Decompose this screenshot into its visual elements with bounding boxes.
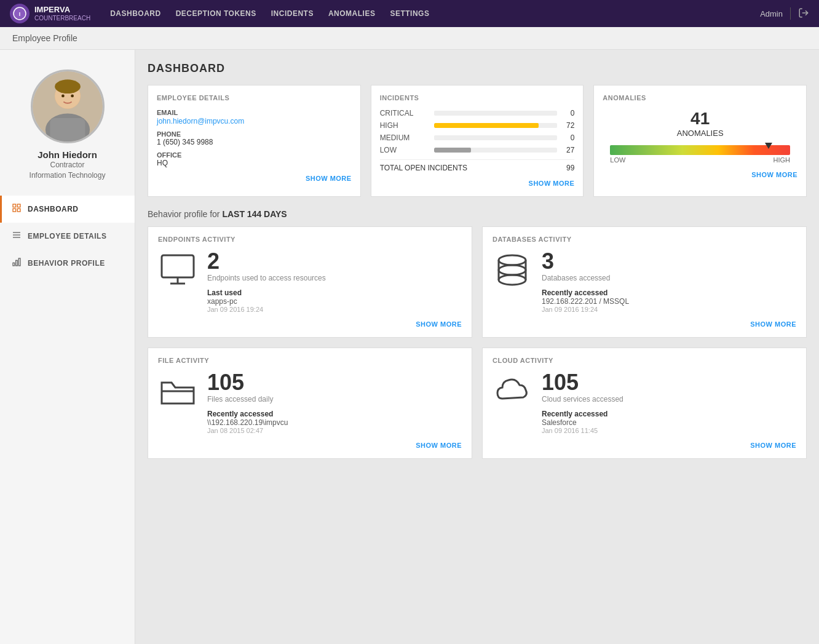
incident-high-label: HIGH: [380, 121, 429, 130]
incidents-show-more[interactable]: SHOW MORE: [529, 180, 575, 187]
office-value: HQ: [157, 159, 352, 167]
incident-critical-bar-wrap: [434, 111, 558, 116]
sidebar-item-employee-details[interactable]: EMPLOYEE DETAILS: [0, 223, 135, 250]
logo-text: IMPERVA COUNTERBREACH: [34, 5, 90, 22]
dashboard-icon: [12, 203, 22, 215]
incident-medium-label: MEDIUM: [380, 133, 429, 142]
incident-low-bar-wrap: [434, 148, 558, 153]
databases-desc: Databases accessed: [542, 274, 629, 282]
svg-rect-11: [13, 204, 16, 207]
folder-icon: [158, 372, 197, 416]
office-label: OFFICE: [157, 151, 352, 159]
endpoints-stats: 2 Endpoints used to access resources Las…: [207, 250, 326, 313]
databases-header: DATABASES ACTIVITY: [493, 236, 796, 243]
databases-show-more[interactable]: SHOW MORE: [750, 320, 796, 328]
activity-grid: ENDPOINTS ACTIVITY 2 Endpoints used to a…: [148, 226, 807, 459]
nav-anomalies[interactable]: ANOMALIES: [328, 7, 376, 20]
incident-critical-count: 0: [562, 109, 574, 117]
database-icon: [493, 250, 532, 295]
cloud-recently-value: Salesforce: [542, 418, 623, 427]
admin-label: Admin: [760, 9, 783, 18]
file-recently-label: Recently accessed: [207, 410, 288, 418]
databases-recently-label: Recently accessed: [542, 288, 629, 297]
svg-rect-14: [17, 209, 20, 212]
file-recently-value: \\192.168.220.19\impvcu: [207, 418, 288, 427]
avatar: [31, 70, 105, 143]
incident-low-label: LOW: [380, 146, 429, 154]
topnav-divider: [790, 7, 791, 20]
incident-high-count: 72: [562, 121, 574, 130]
incident-medium-count: 0: [562, 133, 574, 142]
svg-point-7: [55, 79, 81, 93]
svg-point-24: [499, 255, 526, 265]
topnav-links: DASHBOARD DECEPTION TOKENS INCIDENTS ANO…: [110, 7, 760, 20]
anomalies-number: 41: [603, 109, 797, 129]
employee-details-card: EMPLOYEE DETAILS EMAIL john.hiedorn@impv…: [148, 85, 361, 197]
nav-settings[interactable]: SETTINGS: [390, 7, 429, 20]
incident-row-critical: CRITICAL 0: [380, 109, 575, 117]
databases-recently-value: 192.168.222.201 / MSSQL: [542, 297, 629, 306]
cloud-header: CLOUD ACTIVITY: [493, 357, 796, 364]
incident-high-bar: [434, 123, 539, 128]
endpoints-recently-date: Jan 09 2016 19:24: [207, 306, 326, 313]
phone-label: PHONE: [157, 130, 352, 138]
cloud-stats: 105 Cloud services accessed Recently acc…: [542, 372, 623, 434]
file-body: 105 Files accessed daily Recently access…: [158, 372, 462, 434]
svg-point-26: [499, 275, 526, 285]
cloud-activity-card: CLOUD ACTIVITY 105 Cloud services access…: [482, 348, 807, 459]
avatar-section: John Hiedorn Contractor Information Tech…: [0, 60, 135, 191]
incidents-total-value: 99: [566, 164, 574, 172]
nav-dashboard[interactable]: DASHBOARD: [110, 7, 161, 20]
endpoints-body: 2 Endpoints used to access resources Las…: [158, 250, 462, 313]
incident-critical-label: CRITICAL: [380, 109, 429, 117]
incident-low-bar: [434, 148, 471, 153]
file-activity-card: FILE ACTIVITY 105 Files accessed daily R…: [148, 348, 472, 459]
incidents-header: INCIDENTS: [380, 94, 575, 101]
nav-incidents[interactable]: INCIDENTS: [271, 7, 314, 20]
svg-point-8: [61, 95, 65, 98]
sidebar-item-behavior-profile[interactable]: BEHAVIOR PROFILE: [0, 250, 135, 277]
nav-deception-tokens[interactable]: DECEPTION TOKENS: [176, 7, 256, 20]
anomalies-show-more[interactable]: SHOW MORE: [751, 171, 797, 178]
email-label: EMAIL: [157, 109, 352, 116]
cloud-number: 105: [542, 372, 623, 394]
databases-recently-date: Jan 09 2016 19:24: [542, 306, 629, 313]
file-desc: Files accessed daily: [207, 395, 288, 403]
incidents-total-label: TOTAL OPEN INCIDENTS: [380, 164, 467, 172]
file-show-more[interactable]: SHOW MORE: [416, 442, 462, 449]
databases-stats: 3 Databases accessed Recently accessed 1…: [542, 250, 629, 313]
user-name: John Hiedorn: [38, 149, 97, 160]
cloud-recently-date: Jan 09 2016 11:45: [542, 427, 623, 434]
user-role: Contractor Information Technology: [30, 160, 106, 181]
file-recently-date: Jan 08 2015 02:47: [207, 427, 288, 434]
gauge-bar: [610, 145, 790, 155]
svg-rect-12: [17, 204, 20, 207]
file-header: FILE ACTIVITY: [158, 357, 462, 364]
sidebar-behavior-label: BEHAVIOR PROFILE: [28, 259, 105, 268]
topnav-right: Admin: [760, 7, 809, 20]
endpoints-show-more[interactable]: SHOW MORE: [416, 320, 462, 328]
logo: I IMPERVA COUNTERBREACH: [10, 4, 90, 23]
employee-show-more[interactable]: SHOW MORE: [306, 175, 352, 182]
incidents-card: INCIDENTS CRITICAL 0 HIGH 72 MEDIU: [371, 85, 584, 197]
anomalies-header: ANOMALIES: [603, 94, 797, 101]
topnav: I IMPERVA COUNTERBREACH DASHBOARD DECEPT…: [0, 0, 819, 27]
cloud-recently-label: Recently accessed: [542, 410, 623, 418]
gauge-high-label: HIGH: [773, 156, 790, 164]
email-value[interactable]: john.hiedorn@impvcu.com: [157, 117, 244, 125]
endpoints-recently-value: xapps-pc: [207, 297, 326, 306]
file-recently: Recently accessed \\192.168.220.19\impvc…: [207, 410, 288, 434]
gauge-low-label: LOW: [610, 156, 625, 164]
main-content: DASHBOARD EMPLOYEE DETAILS EMAIL john.hi…: [135, 50, 819, 644]
svg-rect-21: [162, 255, 194, 277]
cloud-icon: [493, 372, 532, 416]
endpoints-activity-card: ENDPOINTS ACTIVITY 2 Endpoints used to a…: [148, 226, 472, 338]
chart-icon: [12, 257, 22, 269]
incident-low-count: 27: [562, 146, 574, 154]
cloud-show-more[interactable]: SHOW MORE: [750, 442, 796, 449]
sidebar-item-dashboard[interactable]: DASHBOARD: [0, 196, 135, 223]
incident-row-medium: MEDIUM 0: [380, 133, 575, 142]
logout-icon[interactable]: [798, 7, 809, 20]
page-header: Employee Profile: [0, 27, 819, 50]
endpoints-recently-label: Last used: [207, 288, 326, 297]
